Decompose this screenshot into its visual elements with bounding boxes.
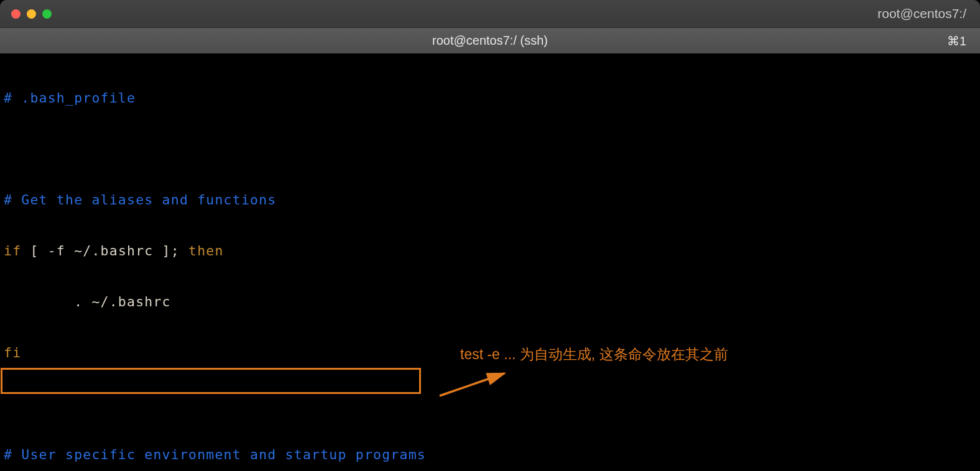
code-text: . ~/.bashrc — [4, 294, 171, 309]
zoom-icon[interactable] — [42, 9, 52, 19]
tabbar: root@centos7:/ (ssh) ⌘1 — [0, 27, 980, 53]
keyword-fi: fi — [4, 345, 21, 360]
terminal-window: root@centos7:/ root@centos7:/ (ssh) ⌘1 #… — [0, 0, 980, 471]
code-text: [ -f ~/.bashrc ]; — [21, 243, 188, 258]
keyword-if: if — [4, 243, 21, 258]
code-comment: # User specific environment and startup … — [4, 447, 426, 462]
annotation-text: test -e ... 为自动生成, 这条命令放在其之前 — [460, 342, 728, 367]
traffic-lights — [11, 9, 52, 19]
minimize-icon[interactable] — [27, 9, 36, 19]
close-icon[interactable] — [11, 9, 21, 19]
terminal-body[interactable]: # .bash_profile # Get the aliases and fu… — [0, 53, 980, 471]
code-comment: # .bash_profile — [4, 90, 136, 106]
tab-label[interactable]: root@centos7:/ (ssh) — [432, 34, 548, 48]
code-comment: # Get the aliases and functions — [4, 192, 276, 208]
titlebar[interactable]: root@centos7:/ — [0, 0, 980, 27]
blank-line — [4, 391, 976, 416]
window-title: root@centos7:/ — [877, 6, 966, 21]
keyword-then: then — [188, 243, 224, 258]
tab-shortcut: ⌘1 — [947, 34, 966, 48]
highlight-box — [1, 368, 421, 394]
blank-line — [4, 136, 976, 162]
